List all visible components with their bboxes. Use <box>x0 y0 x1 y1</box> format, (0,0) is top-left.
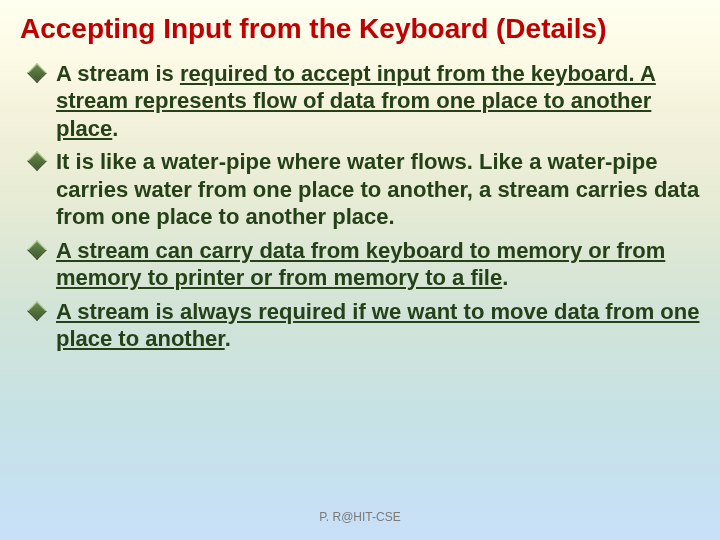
bullet-text: A stream is required to accept input fro… <box>56 61 656 141</box>
slide-footer: P. R@HIT-CSE <box>0 510 720 524</box>
bullet-text: It is like a water-pipe where water flow… <box>56 149 699 229</box>
bullet-text: A stream is always required if we want t… <box>56 299 699 352</box>
diamond-icon <box>27 301 47 321</box>
list-item: It is like a water-pipe where water flow… <box>30 148 700 231</box>
diamond-icon <box>27 240 47 260</box>
bullet-text: A stream can carry data from keyboard to… <box>56 238 665 291</box>
diamond-icon <box>27 151 47 171</box>
list-item: A stream is always required if we want t… <box>30 298 700 353</box>
bullet-list: A stream is required to accept input fro… <box>20 60 700 353</box>
slide: Accepting Input from the Keyboard (Detai… <box>0 0 720 540</box>
slide-title: Accepting Input from the Keyboard (Detai… <box>20 12 700 46</box>
list-item: A stream is required to accept input fro… <box>30 60 700 143</box>
list-item: A stream can carry data from keyboard to… <box>30 237 700 292</box>
diamond-icon <box>27 63 47 83</box>
